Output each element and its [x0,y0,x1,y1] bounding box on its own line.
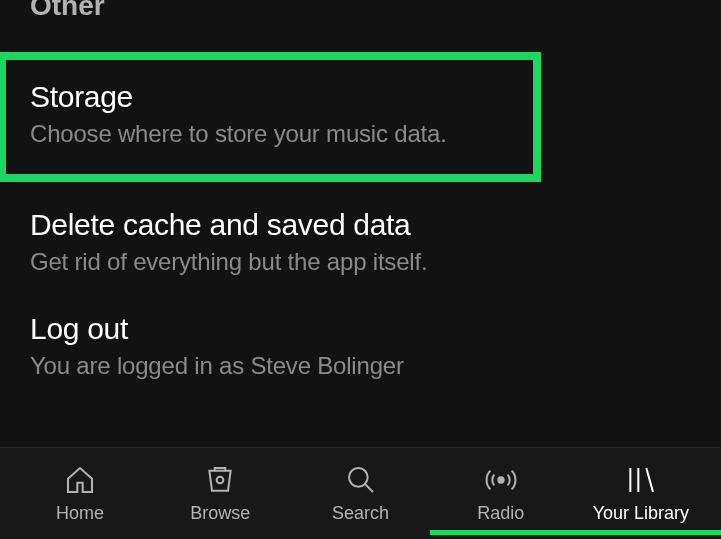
svg-line-2 [365,484,373,492]
nav-label: Home [56,503,104,524]
nav-item-browse[interactable]: Browse [150,463,290,524]
browse-icon [203,463,237,497]
setting-item-storage[interactable]: Storage Choose where to store your music… [0,52,541,182]
section-header-other: Other [0,0,721,30]
nav-label: Radio [477,503,524,524]
nav-item-library[interactable]: Your Library [571,463,711,524]
nav-item-home[interactable]: Home [10,463,150,524]
nav-label: Browse [190,503,250,524]
nav-label: Your Library [593,503,689,524]
setting-title: Delete cache and saved data [30,208,691,242]
svg-point-1 [349,468,368,487]
search-icon [344,463,378,497]
active-indicator [430,530,721,535]
setting-title: Log out [30,312,691,346]
svg-line-6 [646,468,653,492]
home-icon [63,463,97,497]
library-icon [624,463,658,497]
radio-icon [484,463,518,497]
svg-point-0 [217,477,224,484]
setting-item-delete-cache[interactable]: Delete cache and saved data Get rid of e… [0,192,721,296]
bottom-nav: Home Browse Search Radio Your Library [0,447,721,539]
setting-desc: Choose where to store your music data. [30,120,509,148]
setting-title: Storage [30,80,509,114]
nav-item-radio[interactable]: Radio [431,463,571,524]
svg-point-3 [498,477,503,482]
nav-item-search[interactable]: Search [290,463,430,524]
setting-desc: Get rid of everything but the app itself… [30,248,691,276]
setting-desc: You are logged in as Steve Bolinger [30,352,691,380]
settings-list: Storage Choose where to store your music… [0,52,721,400]
nav-label: Search [332,503,389,524]
setting-item-logout[interactable]: Log out You are logged in as Steve Bolin… [0,296,721,400]
